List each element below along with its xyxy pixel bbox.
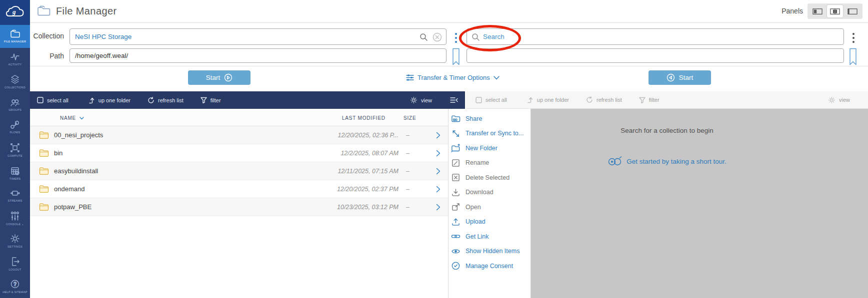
view-button[interactable]: view xyxy=(407,96,435,104)
sidebar-item-label: CONSOLE ⌄ xyxy=(6,223,24,226)
select-all-button[interactable]: select all xyxy=(34,96,72,104)
refresh-list-button[interactable]: refresh list xyxy=(144,96,186,104)
start-transfer-right-button[interactable]: Start xyxy=(648,70,711,85)
upload-icon xyxy=(451,217,460,227)
sidebar-item-console[interactable]: CONSOLE ⌄ xyxy=(0,207,30,230)
bookmark-icon[interactable] xyxy=(848,48,858,66)
row-chevron-icon[interactable] xyxy=(436,186,440,193)
sidebar-item-flows[interactable]: FLOWS xyxy=(0,116,30,139)
view-label: view xyxy=(421,97,432,103)
sidebar-item-help-sitemap[interactable]: ? HELP & SITEMAP xyxy=(0,275,30,298)
sidebar-item-label: ACTIVITY xyxy=(8,63,22,66)
menu-item-transfer-or-sync[interactable]: Transfer or Sync to... xyxy=(448,126,530,141)
path-input[interactable] xyxy=(70,49,446,62)
globus-logo[interactable]: g xyxy=(0,0,30,25)
gear-icon xyxy=(10,234,20,244)
filter-label: filter xyxy=(210,97,221,103)
file-size: – xyxy=(406,132,410,139)
panels-single-right-button[interactable] xyxy=(844,5,860,17)
select-all-button[interactable]: select all xyxy=(472,96,510,104)
menu-item-label: Rename xyxy=(466,159,489,166)
sidebar-item-label: COMPUTE xyxy=(8,154,22,157)
column-name[interactable]: NAME xyxy=(60,115,84,121)
panels-toggle-group xyxy=(808,3,862,19)
row-chevron-icon[interactable] xyxy=(436,150,440,157)
menu-item-share[interactable]: Share xyxy=(448,111,530,126)
folder-icon xyxy=(39,167,49,175)
panels-dual-button[interactable] xyxy=(827,5,843,17)
refresh-list-button[interactable]: refresh list xyxy=(583,96,625,104)
collections-icon xyxy=(10,74,20,84)
menu-item-manage-consent[interactable]: Manage Consent xyxy=(448,259,530,274)
panel-single-icon xyxy=(812,8,822,15)
column-last-modified[interactable]: LAST MODIFIED xyxy=(342,115,386,121)
sidebar-item-streams[interactable]: STREAMS xyxy=(0,184,30,207)
file-list: 00_nesi_projects 12/20/2025, 02:36 P... … xyxy=(30,126,448,216)
collection-input[interactable] xyxy=(70,29,446,44)
up-one-folder-icon xyxy=(527,96,534,103)
row-chevron-icon[interactable] xyxy=(436,132,440,139)
sidebar-item-label: HELP & SITEMAP xyxy=(2,291,27,294)
play-right-circle-icon xyxy=(224,73,232,82)
up-one-folder-button[interactable]: up one folder xyxy=(524,96,572,104)
folder-name: 00_nesi_projects xyxy=(54,131,103,139)
menu-item-delete-selected[interactable]: Delete Selected xyxy=(448,170,530,185)
path-input-wrapper xyxy=(70,48,446,63)
menu-item-open[interactable]: Open xyxy=(448,200,530,215)
consent-icon xyxy=(451,261,460,271)
file-manager-icon xyxy=(37,5,51,16)
collection-search-input[interactable] xyxy=(467,29,844,44)
up-one-folder-label: up one folder xyxy=(98,97,130,103)
menu-item-new-folder[interactable]: New Folder xyxy=(448,141,530,156)
collection-options-kebab-icon[interactable] xyxy=(452,31,460,45)
filter-button[interactable]: filter xyxy=(636,96,662,104)
clear-collection-icon[interactable] xyxy=(432,32,442,42)
refresh-icon xyxy=(148,97,154,104)
menu-item-label: Open xyxy=(466,204,481,211)
row-chevron-icon[interactable] xyxy=(436,204,440,211)
table-row[interactable]: ondemand 12/20/2025, 02:37 PM – xyxy=(30,180,448,198)
sidebar-item-groups[interactable]: GROUPS xyxy=(0,93,30,116)
right-path-input[interactable] xyxy=(467,49,844,62)
table-row[interactable]: easybuildinstall 12/11/2025, 07:15 AM – xyxy=(30,162,448,180)
collection-input-wrapper xyxy=(70,28,446,45)
menu-item-download[interactable]: Download xyxy=(448,185,530,200)
menu-item-get-link[interactable]: Get Link xyxy=(448,229,530,244)
table-row[interactable]: 00_nesi_projects 12/20/2025, 02:36 P... … xyxy=(30,126,448,144)
transfer-timer-options-button[interactable]: Transfer & Timer Options xyxy=(403,70,502,85)
folder-name: ondemand xyxy=(54,185,84,193)
sidebar: g FILE MANAGER ACTIVITY COLLECTIONS GROU… xyxy=(0,0,30,298)
menu-item-upload[interactable]: Upload xyxy=(448,215,530,230)
collapse-panel-icon[interactable] xyxy=(447,96,461,104)
start-transfer-left-button[interactable]: Start xyxy=(188,70,250,85)
menu-item-rename[interactable]: Rename xyxy=(448,156,530,171)
refresh-icon xyxy=(586,96,593,103)
sidebar-item-label: COLLECTIONS xyxy=(4,86,26,89)
tour-link[interactable]: Get started by taking a short tour. xyxy=(604,155,730,167)
table-row[interactable]: potpaw_PBE 10/23/2025, 03:12 PM – xyxy=(30,198,448,216)
refresh-list-label: refresh list xyxy=(596,97,622,103)
file-list-header: NAME LAST MODIFIED SIZE xyxy=(30,109,448,126)
sidebar-item-collections[interactable]: COLLECTIONS xyxy=(0,70,30,93)
sidebar-item-settings[interactable]: SETTINGS xyxy=(0,230,30,253)
column-size[interactable]: SIZE xyxy=(404,115,416,121)
filter-button[interactable]: filter xyxy=(198,96,224,104)
up-one-folder-button[interactable]: up one folder xyxy=(86,96,134,104)
row-chevron-icon[interactable] xyxy=(436,168,440,175)
bookmark-icon[interactable] xyxy=(452,48,460,66)
right-collection-search-wrapper xyxy=(466,28,844,45)
sidebar-item-compute[interactable]: COMPUTE xyxy=(0,139,30,162)
view-button[interactable]: view xyxy=(825,96,853,104)
file-size: – xyxy=(406,150,410,157)
panels-single-left-button[interactable] xyxy=(810,5,826,17)
table-row[interactable]: bin 12/2/2025, 08:07 AM – xyxy=(30,144,448,162)
menu-item-show-hidden-items[interactable]: Show Hidden Items xyxy=(448,244,530,259)
last-modified: 10/23/2025, 03:12 PM xyxy=(337,204,398,211)
menu-item-label: Manage Consent xyxy=(466,263,513,270)
search-icon[interactable] xyxy=(420,33,428,41)
right-collection-options-kebab-icon[interactable] xyxy=(850,31,857,45)
open-icon xyxy=(451,202,460,212)
sidebar-item-timers[interactable]: TIMERS xyxy=(0,161,30,184)
menu-item-label: Show Hidden Items xyxy=(466,248,520,255)
sidebar-item-logout[interactable]: LOGOUT xyxy=(0,253,30,276)
